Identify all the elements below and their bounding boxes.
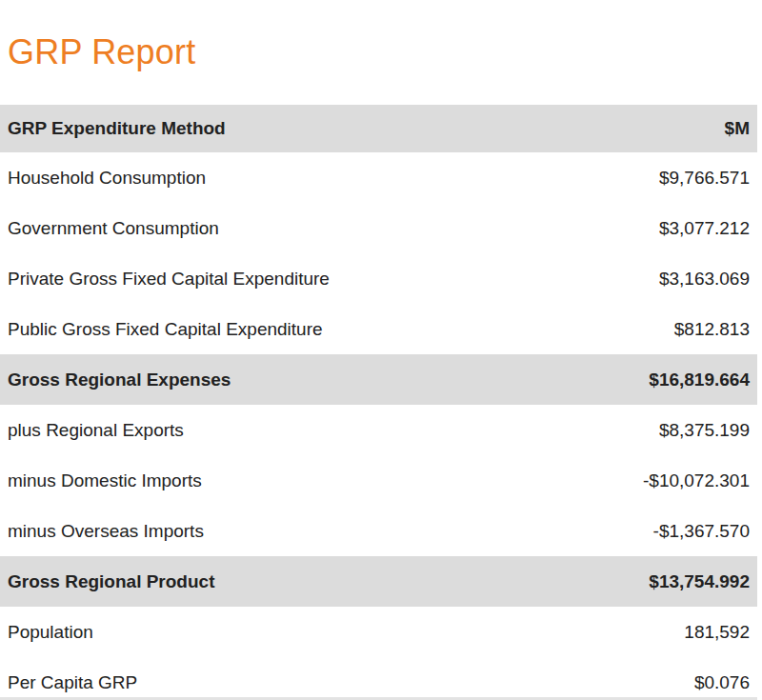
table-header-unit: $M xyxy=(725,118,750,139)
row-label: plus Regional Exports xyxy=(8,420,184,441)
table-header-label: GRP Expenditure Method xyxy=(8,118,226,139)
table-body: Household Consumption $9,766.571 Governm… xyxy=(0,152,757,700)
row-value: $9,766.571 xyxy=(659,168,750,189)
row-value: $3,077.212 xyxy=(659,218,750,239)
grp-table: GRP Expenditure Method $M Household Cons… xyxy=(0,105,757,700)
table-row: minus Domestic Imports -$10,072.301 xyxy=(0,455,757,506)
row-value: 181,592 xyxy=(684,622,750,643)
row-label: Public Gross Fixed Capital Expenditure xyxy=(8,319,323,340)
row-label: Household Consumption xyxy=(8,168,206,189)
table-row: minus Overseas Imports -$1,367.570 xyxy=(0,506,757,556)
page-title: GRP Report xyxy=(0,23,762,82)
row-value: $16,819.664 xyxy=(649,370,750,390)
table-row: Gross Regional Product $13,754.992 xyxy=(0,556,757,607)
table-row: Gross Regional Expenses $16,819.664 xyxy=(0,354,757,405)
row-label: Private Gross Fixed Capital Expenditure xyxy=(8,269,330,290)
row-value: $3,163.069 xyxy=(659,269,750,290)
row-label: minus Domestic Imports xyxy=(8,470,202,491)
row-label: Government Consumption xyxy=(8,218,219,239)
table-row: plus Regional Exports $8,375.199 xyxy=(0,405,757,455)
row-value: $812.813 xyxy=(674,319,750,340)
table-header-row: GRP Expenditure Method $M xyxy=(0,105,757,152)
row-label: Gross Regional Expenses xyxy=(8,370,231,390)
row-value: $13,754.992 xyxy=(649,571,750,592)
table-row: Private Gross Fixed Capital Expenditure … xyxy=(0,253,757,304)
table-row: Government Consumption $3,077.212 xyxy=(0,203,757,253)
row-value: -$10,072.301 xyxy=(643,470,750,491)
row-label: minus Overseas Imports xyxy=(8,521,204,542)
row-label: Gross Regional Product xyxy=(8,571,214,592)
table-row: Public Gross Fixed Capital Expenditure $… xyxy=(0,304,757,354)
row-value: -$1,367.570 xyxy=(653,521,750,542)
row-value: $8,375.199 xyxy=(659,420,750,441)
table-row: Per Capita GRP $0.076 xyxy=(0,657,757,700)
row-label: Per Capita GRP xyxy=(8,672,137,693)
row-label: Population xyxy=(8,622,93,643)
row-value: $0.076 xyxy=(694,672,750,693)
table-row: Household Consumption $9,766.571 xyxy=(0,152,757,203)
table-row: Population 181,592 xyxy=(0,607,757,657)
